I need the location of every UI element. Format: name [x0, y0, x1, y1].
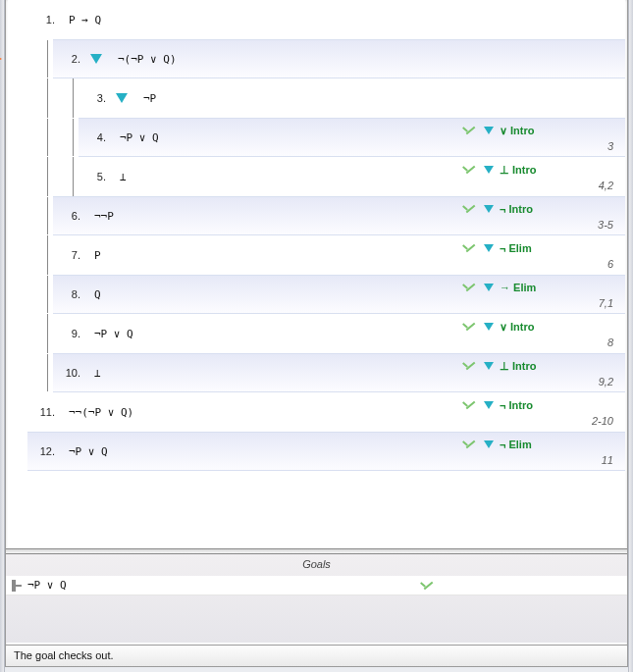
check-icon: [460, 125, 478, 136]
rule-refs: 6: [607, 258, 613, 270]
proof-line[interactable]: 12¬P ∨ Q¬ Elim11: [27, 432, 625, 471]
rule-menu-icon[interactable]: [484, 323, 494, 331]
turnstile-icon: [10, 579, 24, 593]
line-formula: ⊥: [120, 171, 127, 183]
justification: ∨ Intro3: [460, 119, 617, 156]
line-number: 7: [53, 249, 80, 261]
rule-name[interactable]: ⊥ Intro: [500, 360, 537, 373]
rule-name[interactable]: ¬ Intro: [500, 203, 533, 215]
line-formula: ¬P ∨ Q: [120, 131, 159, 144]
rule-refs: 7,1: [599, 297, 613, 309]
rule-menu-icon[interactable]: [484, 440, 494, 448]
proof-line[interactable]: 10⊥⊥ Intro9,2: [53, 353, 625, 392]
rule-menu-icon[interactable]: [484, 127, 494, 134]
justification: ¬ Intro3-5: [460, 197, 617, 234]
check-icon: [460, 164, 478, 176]
subproof-bar: [47, 119, 48, 156]
check-icon: [460, 203, 478, 215]
proof-line[interactable]: 11¬¬(¬P ∨ Q)¬ Intro2-10: [27, 392, 625, 432]
rule-refs: 8: [607, 336, 613, 348]
subproof-bar: [47, 197, 48, 234]
check-icon: [460, 439, 478, 450]
rule-refs: 9,2: [599, 376, 613, 388]
subproof-bar: [47, 354, 48, 391]
rule-menu-icon[interactable]: [484, 401, 494, 409]
rule-refs: 3: [607, 140, 613, 152]
justification: → Elim7,1: [460, 276, 617, 313]
subproof-bar: [47, 157, 48, 196]
rule-menu-icon[interactable]: [484, 244, 494, 252]
goals-pane: Goals ¬P ∨ Q: [6, 554, 627, 643]
check-icon: [418, 580, 436, 592]
collapse-toggle-icon[interactable]: [90, 54, 102, 64]
subproof-bar: [73, 157, 74, 196]
subproof-bar: [47, 40, 48, 78]
rule-refs: 4,2: [599, 180, 613, 191]
current-line-marker-icon: [0, 52, 2, 66]
check-icon: [460, 399, 478, 411]
rule-refs: 3-5: [598, 219, 613, 231]
proof-line[interactable]: 3¬P: [79, 78, 625, 118]
line-formula: P → Q: [69, 14, 101, 26]
status-bar: The goal checks out.: [6, 645, 627, 666]
line-number: 3: [79, 92, 106, 104]
check-icon: [460, 242, 478, 254]
line-number: 9: [53, 328, 80, 339]
subproof-bar: [47, 78, 48, 118]
goal-formula: ¬P ∨ Q: [27, 579, 67, 592]
subproof-bar: [73, 119, 74, 156]
proof-line[interactable]: 8Q→ Elim7,1: [53, 275, 625, 314]
rule-menu-icon[interactable]: [484, 166, 494, 174]
proof-line[interactable]: 2¬(¬P ∨ Q): [53, 39, 625, 78]
rule-name[interactable]: ⊥ Intro: [500, 164, 537, 177]
line-formula: ¬¬(¬P ∨ Q): [69, 406, 133, 419]
line-formula: ¬(¬P ∨ Q): [118, 53, 177, 66]
justification: ¬ Elim6: [460, 235, 617, 275]
check-icon: [460, 321, 478, 333]
proof-line[interactable]: 1P → Q: [27, 0, 625, 39]
rule-menu-icon[interactable]: [484, 362, 494, 370]
rule-name[interactable]: ∨ Intro: [500, 321, 535, 334]
subproof-bar: [73, 78, 74, 118]
line-number: 6: [53, 210, 80, 222]
collapse-toggle-icon[interactable]: [116, 93, 128, 103]
line-number: 5: [79, 171, 106, 182]
justification: ⊥ Intro4,2: [460, 157, 617, 196]
rule-name[interactable]: ¬ Intro: [500, 399, 533, 411]
rule-name[interactable]: ¬ Elim: [500, 439, 532, 450]
proof-line[interactable]: 5⊥⊥ Intro4,2: [79, 157, 625, 196]
proof-line[interactable]: 7P¬ Elim6: [53, 235, 625, 275]
line-number: 4: [79, 131, 106, 143]
proof-line[interactable]: 4¬P ∨ Q∨ Intro3: [79, 118, 625, 157]
line-number: 1: [27, 14, 55, 26]
rule-menu-icon[interactable]: [484, 284, 494, 291]
goals-title: Goals: [6, 554, 627, 576]
window-right-bevel: [628, 0, 633, 672]
subproof-bar: [47, 314, 48, 353]
line-formula: ⊥: [94, 367, 101, 380]
line-number: 2: [53, 53, 80, 65]
line-formula: P: [94, 249, 101, 262]
rule-refs: 2-10: [592, 415, 613, 427]
subproof-bar: [47, 235, 48, 275]
justification: ¬ Intro2-10: [460, 392, 617, 432]
rule-name[interactable]: ¬ Elim: [500, 242, 532, 254]
justification: ∨ Intro8: [460, 314, 617, 353]
rule-name[interactable]: ∨ Intro: [500, 125, 535, 137]
rule-name[interactable]: → Elim: [500, 282, 536, 293]
justification: ⊥ Intro9,2: [460, 354, 617, 391]
line-formula: ¬P: [143, 92, 156, 105]
proof-pane: 1P → Q2¬(¬P ∨ Q)3¬P4¬P ∨ Q∨ Intro35⊥⊥ In…: [8, 0, 625, 548]
app-frame: 1P → Q2¬(¬P ∨ Q)3¬P4¬P ∨ Q∨ Intro35⊥⊥ In…: [5, 0, 628, 667]
proof-line[interactable]: 6¬¬P¬ Intro3-5: [53, 196, 625, 235]
rule-menu-icon[interactable]: [484, 205, 494, 213]
line-formula: ¬¬P: [94, 210, 114, 223]
goal-row[interactable]: ¬P ∨ Q: [6, 576, 627, 595]
status-text: The goal checks out.: [14, 649, 114, 661]
check-icon: [460, 282, 478, 293]
check-icon: [460, 360, 478, 372]
rule-refs: 11: [602, 454, 613, 466]
line-number: 10: [53, 367, 80, 379]
line-formula: Q: [94, 288, 101, 301]
proof-line[interactable]: 9¬P ∨ Q∨ Intro8: [53, 314, 625, 353]
